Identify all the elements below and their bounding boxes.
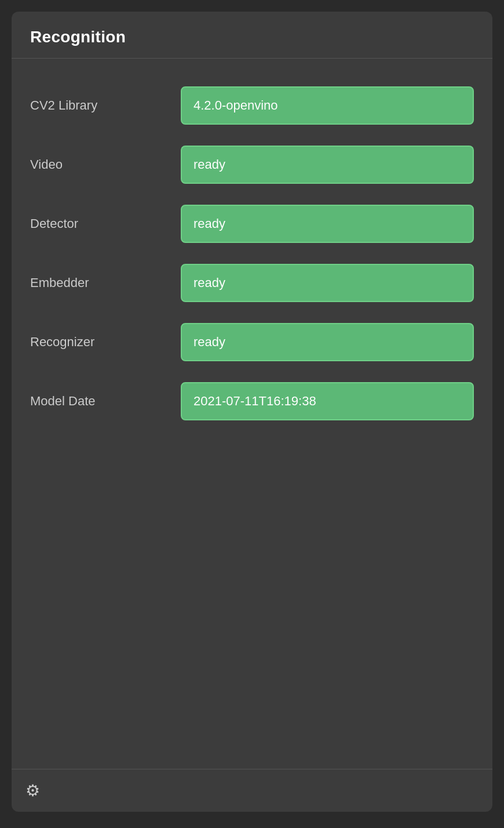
value-detector: ready	[181, 205, 474, 243]
label-detector: Detector	[30, 216, 181, 231]
label-video: Video	[30, 157, 181, 172]
field-row-cv2-library: CV2 Library4.2.0-openvino	[30, 76, 474, 135]
field-row-recognizer: Recognizerready	[30, 313, 474, 372]
label-recognizer: Recognizer	[30, 335, 181, 350]
settings-icon[interactable]: ⚙	[25, 781, 40, 800]
label-cv2-library: CV2 Library	[30, 98, 181, 113]
value-recognizer: ready	[181, 323, 474, 361]
field-row-embedder: Embedderready	[30, 253, 474, 313]
card-footer: ⚙	[12, 769, 492, 812]
label-embedder: Embedder	[30, 275, 181, 290]
value-embedder: ready	[181, 264, 474, 302]
value-video: ready	[181, 146, 474, 184]
main-card: Recognition CV2 Library4.2.0-openvinoVid…	[12, 12, 492, 812]
app-container: Recognition CV2 Library4.2.0-openvinoVid…	[0, 0, 504, 828]
label-model-date: Model Date	[30, 394, 181, 409]
field-row-detector: Detectorready	[30, 194, 474, 253]
field-row-video: Videoready	[30, 135, 474, 194]
value-cv2-library: 4.2.0-openvino	[181, 86, 474, 125]
page-title: Recognition	[30, 28, 126, 46]
card-body: CV2 Library4.2.0-openvinoVideoreadyDetec…	[12, 59, 492, 769]
value-model-date: 2021-07-11T16:19:38	[181, 382, 474, 420]
field-row-model-date: Model Date2021-07-11T16:19:38	[30, 372, 474, 431]
card-header: Recognition	[12, 12, 492, 59]
